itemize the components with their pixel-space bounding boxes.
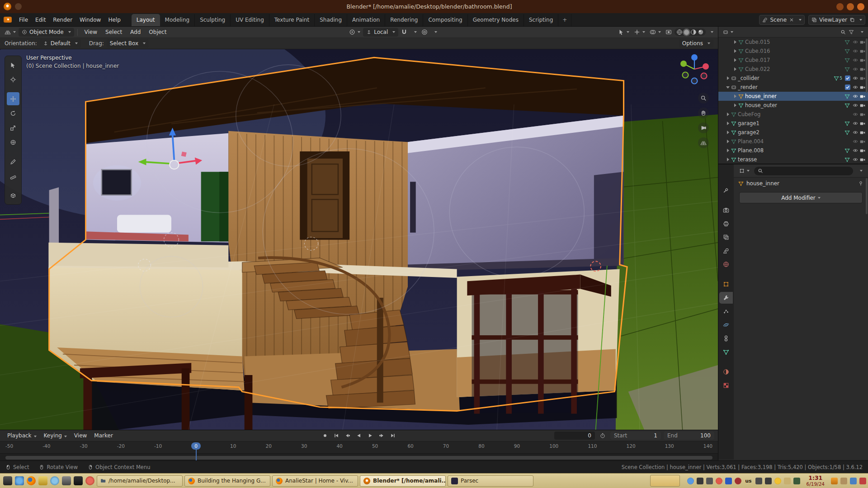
collapse-arrow[interactable]	[725, 84, 731, 90]
settings-icon[interactable]	[62, 476, 71, 485]
workspace-tab-modeling[interactable]: Modeling	[160, 14, 195, 26]
viewlayer-selector[interactable]: ViewLayer	[808, 15, 865, 25]
render-camera-icon[interactable]	[860, 66, 865, 72]
outliner-item[interactable]: Cube.015	[718, 38, 868, 47]
hide-eye-icon[interactable]	[853, 130, 858, 135]
hide-eye-icon[interactable]	[853, 112, 858, 117]
unlink-scene-icon[interactable]	[789, 17, 794, 23]
outliner-item[interactable]: _collider 5	[718, 74, 868, 83]
timeline-ruler[interactable]: -50 -40 -30 -20 -10 0 10 20 30 40 50 60 …	[0, 441, 718, 453]
snap-toggle[interactable]	[399, 28, 409, 37]
snap-settings[interactable]	[410, 28, 419, 37]
maximize-button[interactable]	[847, 3, 854, 10]
hide-eye-icon[interactable]	[853, 94, 858, 99]
hide-eye-icon[interactable]	[853, 48, 858, 54]
add-workspace-button[interactable]: +	[558, 14, 571, 26]
render-camera-icon[interactable]	[860, 148, 865, 153]
toggle-perspective-icon[interactable]	[698, 137, 709, 148]
menu-window[interactable]: Window	[76, 15, 104, 24]
properties-scrollbar[interactable]	[866, 178, 868, 214]
use-preview-range-toggle[interactable]	[598, 432, 608, 440]
proportional-editing-toggle[interactable]	[420, 28, 429, 37]
workspace-tab-compositing[interactable]: Compositing	[423, 14, 467, 26]
menu-object[interactable]: Object	[145, 28, 170, 37]
render-camera-icon[interactable]	[860, 48, 865, 54]
tool-select-box[interactable]	[7, 58, 19, 71]
logout-tray-icon[interactable]	[859, 478, 866, 484]
play-button[interactable]	[365, 432, 375, 440]
hide-eye-icon[interactable]	[853, 148, 858, 153]
close-button[interactable]	[857, 3, 864, 10]
tab-world[interactable]	[719, 258, 733, 270]
expand-arrow[interactable]	[732, 93, 738, 99]
menu-keying[interactable]: Keying	[40, 431, 71, 440]
hide-eye-icon[interactable]	[853, 75, 858, 81]
hide-eye-icon[interactable]	[853, 84, 858, 90]
blender-app-menu-icon[interactable]	[4, 17, 12, 23]
outliner-item[interactable]: Cube.022	[718, 65, 868, 74]
scene-selector[interactable]: Scene	[759, 15, 805, 25]
workspace-tab-rendering[interactable]: Rendering	[385, 14, 423, 26]
menu-view-timeline[interactable]: View	[71, 431, 90, 440]
pin-icon[interactable]	[858, 181, 863, 186]
notifications-bell-icon[interactable]	[774, 478, 781, 484]
terminal-icon[interactable]	[74, 476, 83, 485]
tool-measure[interactable]	[7, 169, 19, 183]
tab-output[interactable]	[719, 218, 733, 230]
playhead-current-frame[interactable]: 0	[191, 442, 201, 450]
outliner-item[interactable]: garage1	[718, 119, 868, 128]
thunderbird-icon[interactable]	[50, 476, 59, 485]
render-camera-icon[interactable]	[860, 39, 865, 45]
tool-rotate[interactable]	[7, 107, 19, 120]
outliner-search-icon[interactable]	[840, 29, 846, 35]
taskbar-window-firefox-2[interactable]: AnalieStar | Home - Viv...	[272, 475, 358, 487]
outliner-item[interactable]: terasse	[718, 155, 868, 164]
menu-add[interactable]: Add	[127, 28, 144, 37]
tool-transform[interactable]	[7, 136, 19, 149]
taskbar-window-firefox-1[interactable]: Building the Hanging G...	[184, 475, 270, 487]
pivot-point-selector[interactable]	[347, 28, 362, 37]
keyboard-layout-indicator[interactable]: us	[744, 478, 752, 484]
tool-annotate[interactable]	[7, 155, 19, 168]
menu-edit[interactable]: Edit	[32, 15, 49, 24]
file-manager-icon[interactable]	[15, 476, 24, 485]
menu-file[interactable]: File	[15, 15, 32, 24]
jump-to-start-button[interactable]	[331, 432, 341, 440]
hide-eye-icon[interactable]	[853, 121, 858, 126]
outliner-item[interactable]: garage2	[718, 128, 868, 137]
window-menu-icon[interactable]	[15, 3, 22, 10]
current-frame-field[interactable]: 0	[554, 432, 595, 440]
properties-editor-type[interactable]	[737, 167, 751, 175]
tab-object-data[interactable]	[719, 346, 733, 358]
render-camera-icon[interactable]	[860, 84, 865, 90]
taskbar-window-blender[interactable]: Blender* [/home/amali...	[360, 475, 446, 487]
outliner-editor-type[interactable]	[721, 28, 735, 36]
camera-view-icon[interactable]	[698, 122, 709, 133]
collection-checkbox[interactable]	[845, 75, 850, 81]
transform-orientation-selector[interactable]: Local	[363, 28, 398, 37]
outliner-item[interactable]: house_outer	[718, 101, 868, 110]
shading-settings[interactable]	[707, 28, 715, 37]
taskbar-window-parsec[interactable]: Parsec	[448, 475, 533, 487]
hide-eye-icon[interactable]	[853, 139, 858, 144]
shading-solid-button[interactable]	[684, 29, 689, 35]
copy-viewlayer-icon[interactable]	[849, 17, 855, 23]
options-dropdown[interactable]: Options	[679, 39, 713, 48]
hide-eye-icon[interactable]	[853, 157, 858, 162]
render-camera-icon[interactable]	[860, 94, 865, 99]
outliner-item[interactable]: _render	[718, 83, 868, 92]
tab-render[interactable]	[719, 204, 733, 216]
lock-tray-icon[interactable]	[831, 478, 838, 484]
mode-selector[interactable]: Object Mode	[19, 28, 74, 37]
auto-keying-record-button[interactable]	[320, 432, 330, 440]
tab-view-layer[interactable]	[719, 231, 733, 243]
properties-search-input[interactable]	[754, 167, 853, 175]
viewport-3d-scene[interactable]	[0, 49, 718, 430]
show-gizmo-toggle[interactable]	[632, 28, 647, 37]
text-editor-icon[interactable]	[38, 476, 47, 485]
music-tray-icon[interactable]	[697, 478, 703, 484]
menu-marker[interactable]: Marker	[90, 431, 116, 440]
outliner-item[interactable]: Plane.004	[718, 137, 868, 146]
workspace-tab-scripting[interactable]: Scripting	[524, 14, 558, 26]
expand-arrow[interactable]	[732, 48, 738, 54]
